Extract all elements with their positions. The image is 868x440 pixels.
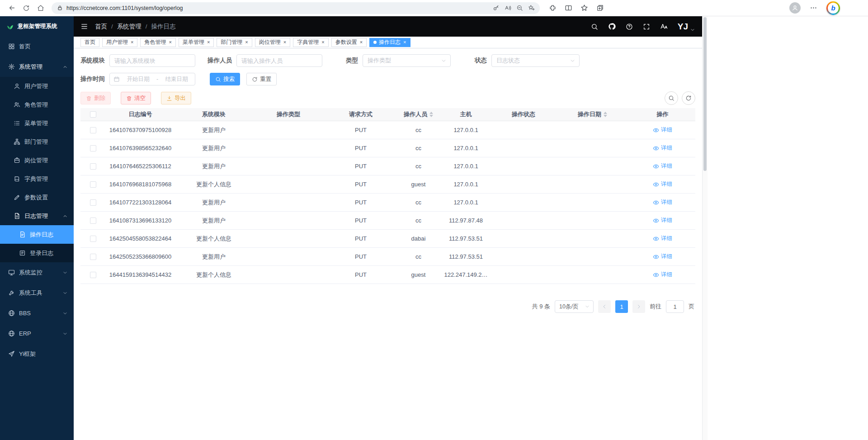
site-lock-icon[interactable] <box>57 5 63 11</box>
detail-link[interactable]: 详细 <box>653 180 672 188</box>
sidebar-item-system-tools[interactable]: 系统工具 <box>0 283 74 303</box>
column-header-operator[interactable]: 操作人员 <box>397 110 440 118</box>
sidebar-item-login-log[interactable]: 登录日志 <box>0 244 74 262</box>
page-size-select[interactable]: 10条/页 <box>555 300 594 313</box>
row-checkbox[interactable] <box>90 218 96 224</box>
sidebar-item-yi-framework[interactable]: Yi框架 <box>0 344 74 364</box>
tab-close-icon[interactable]: × <box>207 40 210 45</box>
add-favorite-icon[interactable] <box>525 3 537 14</box>
tab-oper-log[interactable]: 操作日志× <box>369 38 410 47</box>
tab-close-icon[interactable]: × <box>245 40 248 45</box>
sidebar-item-erp[interactable]: ERP <box>0 323 74 344</box>
bing-copilot-icon[interactable]: b <box>826 1 840 15</box>
tab-close-icon[interactable]: × <box>321 40 324 45</box>
favorites-icon[interactable] <box>580 4 588 12</box>
tab-close-icon[interactable]: × <box>283 40 286 45</box>
detail-link[interactable]: 详细 <box>653 217 672 224</box>
page-scrollbar[interactable] <box>702 16 708 440</box>
row-checkbox[interactable] <box>90 181 96 188</box>
sidebar-item-dict-mgmt[interactable]: 字典管理 <box>0 170 74 188</box>
url-text[interactable]: https://ccnetcore.com:1101/system/log/op… <box>66 5 490 11</box>
tab-role-mgmt[interactable]: 角色管理× <box>140 38 175 47</box>
tab-menu-mgmt[interactable]: 菜单管理× <box>179 38 214 47</box>
sidebar-item-role-mgmt[interactable]: 角色管理 <box>0 95 74 114</box>
detail-link[interactable]: 详细 <box>653 253 672 260</box>
browser-refresh-button[interactable] <box>19 1 33 15</box>
sidebar-item-system-monitor[interactable]: 系统监控 <box>0 262 74 283</box>
browser-profile-avatar[interactable] <box>789 2 801 14</box>
sidebar-item-log-mgmt[interactable]: 日志管理 <box>0 207 74 225</box>
sidebar-item-home[interactable]: 首页 <box>0 36 74 57</box>
tab-close-icon[interactable]: × <box>169 40 171 45</box>
delete-button[interactable]: 删除 <box>80 92 111 104</box>
detail-link[interactable]: 详细 <box>653 144 672 152</box>
detail-link[interactable]: 详细 <box>653 271 672 279</box>
sidebar-item-bbs[interactable]: BBS <box>0 303 74 323</box>
help-icon[interactable] <box>626 23 633 30</box>
goto-page-input[interactable] <box>666 300 684 313</box>
reset-button[interactable]: 重置 <box>246 73 277 85</box>
browser-more-icon[interactable] <box>810 4 817 12</box>
sidebar-item-menu-mgmt[interactable]: 菜单管理 <box>0 114 74 132</box>
sort-icon[interactable] <box>429 112 433 117</box>
select-all-checkbox[interactable] <box>90 111 96 118</box>
detail-link[interactable]: 详细 <box>653 235 672 242</box>
toggle-search-button[interactable] <box>665 91 678 105</box>
search-button[interactable]: 搜索 <box>210 73 240 85</box>
sidebar-toggle-icon[interactable] <box>80 23 88 30</box>
app-logo[interactable]: 意框架管理系统 <box>0 16 74 36</box>
extensions-icon[interactable] <box>549 4 557 12</box>
row-checkbox[interactable] <box>90 272 96 278</box>
current-page[interactable]: 1 <box>615 300 628 313</box>
row-checkbox[interactable] <box>90 236 96 242</box>
prev-page-button[interactable] <box>598 300 611 313</box>
module-input[interactable] <box>109 54 195 67</box>
export-button[interactable]: 导出 <box>161 92 191 104</box>
row-checkbox[interactable] <box>90 145 96 151</box>
status-select[interactable]: 日志状态 <box>491 54 580 67</box>
detail-link[interactable]: 详细 <box>653 162 672 170</box>
operator-input[interactable] <box>236 54 322 67</box>
type-select[interactable]: 操作类型 <box>363 54 451 67</box>
tab-close-icon[interactable]: × <box>360 40 363 45</box>
row-checkbox[interactable] <box>90 199 96 206</box>
tab-close-icon[interactable]: × <box>131 40 133 45</box>
zoom-out-icon[interactable] <box>514 3 525 14</box>
sidebar-item-post-mgmt[interactable]: 岗位管理 <box>0 151 74 170</box>
read-aloud-icon[interactable] <box>502 3 514 14</box>
date-range-picker[interactable]: 开始日期 - 结束日期 <box>109 73 195 85</box>
tab-dept-mgmt[interactable]: 部门管理× <box>217 38 252 47</box>
start-date[interactable]: 开始日期 <box>123 76 153 83</box>
split-screen-icon[interactable] <box>565 4 572 12</box>
row-checkbox[interactable] <box>90 254 96 260</box>
browser-home-button[interactable] <box>33 1 48 15</box>
tab-home[interactable]: 首页 <box>80 38 99 47</box>
row-checkbox[interactable] <box>90 127 96 133</box>
sidebar-item-oper-log[interactable]: 操作日志 <box>0 225 74 244</box>
tab-close-icon[interactable]: × <box>403 40 406 45</box>
sidebar-item-user-mgmt[interactable]: 用户管理 <box>0 77 74 95</box>
sidebar-item-system-mgmt[interactable]: 系统管理 <box>0 57 74 77</box>
clear-button[interactable]: 清空 <box>121 92 151 104</box>
next-page-button[interactable] <box>632 300 645 313</box>
row-checkbox[interactable] <box>90 163 96 170</box>
sidebar-item-dept-mgmt[interactable]: 部门管理 <box>0 132 74 151</box>
sidebar-item-param-settings[interactable]: 参数设置 <box>0 188 74 207</box>
user-menu[interactable]: YJ <box>678 22 695 31</box>
sort-icon[interactable] <box>604 112 607 117</box>
column-header-date[interactable]: 操作日期 <box>555 110 630 118</box>
browser-address-bar[interactable]: https://ccnetcore.com:1101/system/log/op… <box>52 2 540 14</box>
breadcrumb-home[interactable]: 首页 <box>95 23 107 31</box>
refresh-table-button[interactable] <box>682 91 695 105</box>
end-date[interactable]: 结束日期 <box>162 76 191 83</box>
password-key-icon[interactable] <box>490 3 502 14</box>
tab-param-settings[interactable]: 参数设置× <box>331 38 367 47</box>
tab-user-mgmt[interactable]: 用户管理× <box>102 38 137 47</box>
tab-post-mgmt[interactable]: 岗位管理× <box>255 38 290 47</box>
scrollbar-thumb[interactable] <box>703 17 707 171</box>
fullscreen-icon[interactable] <box>643 23 650 30</box>
breadcrumb-system-mgmt[interactable]: 系统管理 <box>117 23 142 31</box>
font-size-icon[interactable] <box>660 23 668 30</box>
detail-link[interactable]: 详细 <box>653 126 672 134</box>
tab-dict-mgmt[interactable]: 字典管理× <box>293 38 328 47</box>
